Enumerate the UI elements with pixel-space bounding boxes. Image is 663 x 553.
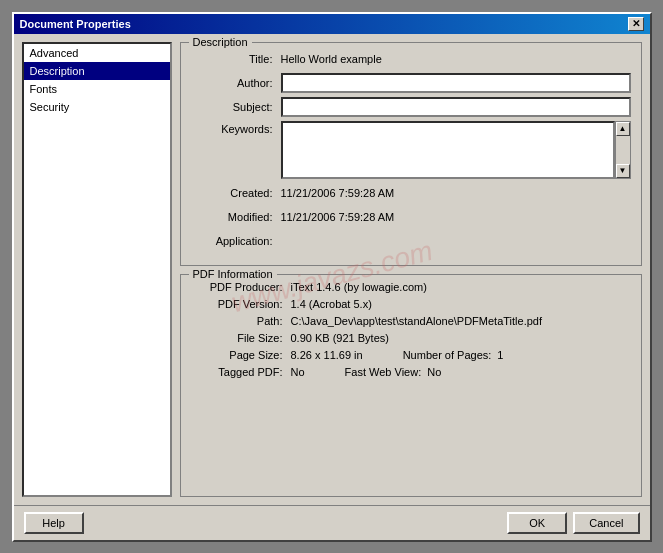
close-button[interactable]: ✕: [628, 17, 644, 31]
pdf-info-title: PDF Information: [189, 268, 277, 280]
cancel-button[interactable]: Cancel: [573, 512, 639, 534]
list-item-description[interactable]: Description: [24, 62, 170, 80]
numpages-value: 1: [497, 349, 503, 361]
version-value: 1.4 (Acrobat 5.x): [291, 298, 372, 310]
scroll-up-btn[interactable]: ▲: [616, 122, 630, 136]
keywords-scrollbar: ▲ ▼: [615, 121, 631, 179]
version-row: PDF Version: 1.4 (Acrobat 5.x): [191, 298, 631, 310]
pagesize-row: Page Size: 8.26 x 11.69 in Number of Pag…: [191, 349, 631, 361]
list-item-fonts[interactable]: Fonts: [24, 80, 170, 98]
subject-input[interactable]: [281, 97, 631, 117]
subject-label: Subject:: [191, 101, 281, 113]
category-list: AdvancedDescriptionFontsSecurity: [22, 42, 172, 497]
author-label: Author:: [191, 77, 281, 89]
created-label: Created:: [191, 187, 281, 199]
path-row: Path: C:\Java_Dev\app\test\standAlone\PD…: [191, 315, 631, 327]
title-value: Hello World example: [281, 53, 382, 65]
path-value: C:\Java_Dev\app\test\standAlone\PDFMetaT…: [291, 315, 543, 327]
dialog-title: Document Properties: [20, 18, 131, 30]
producer-row: PDF Producer: iText 1.4.6 (by lowagie.co…: [191, 281, 631, 293]
list-item-security[interactable]: Security: [24, 98, 170, 116]
description-group-title: Description: [189, 36, 252, 48]
version-label: PDF Version:: [191, 298, 291, 310]
title-bar: Document Properties ✕: [14, 14, 650, 34]
numpages-label: Number of Pages:: [403, 349, 498, 361]
modified-row: Modified: 11/21/2006 7:59:28 AM: [191, 207, 631, 227]
created-row: Created: 11/21/2006 7:59:28 AM: [191, 183, 631, 203]
pdf-info-group: PDF Information PDF Producer: iText 1.4.…: [180, 274, 642, 497]
footer-right-buttons: OK Cancel: [507, 512, 639, 534]
fastwebview-label: Fast Web View:: [345, 366, 428, 378]
document-properties-dialog: Document Properties ✕ AdvancedDescriptio…: [12, 12, 652, 542]
author-input[interactable]: [281, 73, 631, 93]
path-label: Path:: [191, 315, 291, 327]
application-row: Application:: [191, 231, 631, 251]
filesize-value: 0.90 KB (921 Bytes): [291, 332, 389, 344]
filesize-label: File Size:: [191, 332, 291, 344]
application-label: Application:: [191, 235, 281, 247]
author-row: Author:: [191, 73, 631, 93]
pagesize-group: Page Size: 8.26 x 11.69 in: [191, 349, 363, 361]
tagged-row: Tagged PDF: No Fast Web View: No: [191, 366, 631, 378]
modified-label: Modified:: [191, 211, 281, 223]
keywords-row: Keywords: ▲ ▼: [191, 121, 631, 179]
pagesize-value: 8.26 x 11.69 in: [291, 349, 363, 361]
tagged-label: Tagged PDF:: [191, 366, 291, 378]
footer: Help OK Cancel: [14, 505, 650, 540]
filesize-row: File Size: 0.90 KB (921 Bytes): [191, 332, 631, 344]
scroll-down-btn[interactable]: ▼: [616, 164, 630, 178]
keywords-input[interactable]: [281, 121, 615, 179]
created-value: 11/21/2006 7:59:28 AM: [281, 187, 395, 199]
title-label: Title:: [191, 53, 281, 65]
producer-value: iText 1.4.6 (by lowagie.com): [291, 281, 427, 293]
right-panel: Description Title: Hello World example A…: [180, 42, 642, 497]
pagesize-label: Page Size:: [191, 349, 291, 361]
ok-button[interactable]: OK: [507, 512, 567, 534]
tagged-value: No: [291, 366, 305, 378]
description-group: Description Title: Hello World example A…: [180, 42, 642, 266]
tagged-group: Tagged PDF: No: [191, 366, 305, 378]
numpages-group: Number of Pages: 1: [403, 349, 504, 361]
keywords-label: Keywords:: [191, 121, 281, 135]
dialog-content: AdvancedDescriptionFontsSecurity Descrip…: [14, 34, 650, 505]
list-item-advanced[interactable]: Advanced: [24, 44, 170, 62]
help-button[interactable]: Help: [24, 512, 84, 534]
fastwebview-value: No: [427, 366, 441, 378]
modified-value: 11/21/2006 7:59:28 AM: [281, 211, 395, 223]
subject-row: Subject:: [191, 97, 631, 117]
fastwebview-group: Fast Web View: No: [345, 366, 442, 378]
producer-label: PDF Producer:: [191, 281, 291, 293]
title-row: Title: Hello World example: [191, 49, 631, 69]
keywords-wrapper: ▲ ▼: [281, 121, 631, 179]
